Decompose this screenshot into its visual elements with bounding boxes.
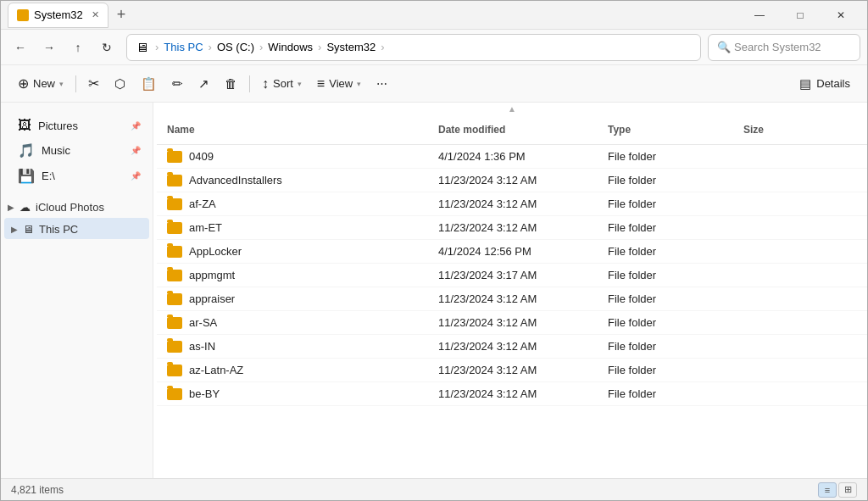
file-cell-modified: 11/23/2024 3:12 AM bbox=[428, 335, 598, 358]
file-cell-type: File folder bbox=[598, 335, 733, 358]
file-cell-modified: 11/23/2024 3:12 AM bbox=[428, 311, 598, 334]
paste-button[interactable]: 📋 bbox=[134, 70, 164, 97]
table-row[interactable]: 0409 4/1/2024 1:36 PM File folder bbox=[157, 145, 867, 169]
folder-icon bbox=[167, 198, 182, 210]
close-button[interactable]: ✕ bbox=[821, 3, 860, 28]
breadcrumb-thispc[interactable]: This PC bbox=[164, 41, 203, 53]
folder-icon bbox=[167, 222, 182, 234]
toolbar-sep-2 bbox=[249, 75, 250, 92]
refresh-button[interactable]: ↻ bbox=[94, 35, 120, 60]
icloud-icon: ☁ bbox=[19, 201, 31, 214]
table-row[interactable]: ar-SA 11/23/2024 3:12 AM File folder bbox=[157, 311, 867, 335]
file-cell-modified: 11/23/2024 3:12 AM bbox=[428, 382, 598, 405]
file-cell-size bbox=[733, 389, 818, 399]
folder-icon bbox=[167, 365, 182, 376]
up-button[interactable]: ↑ bbox=[65, 35, 91, 60]
delete-icon: 🗑 bbox=[225, 76, 237, 91]
file-cell-modified: 11/23/2024 3:17 AM bbox=[428, 264, 598, 287]
table-row[interactable]: AdvancedInstallers 11/23/2024 3:12 AM Fi… bbox=[157, 169, 867, 192]
view-button[interactable]: ≡ View ▾ bbox=[310, 70, 368, 97]
pin-icon-edrv: 📌 bbox=[131, 171, 141, 181]
table-row[interactable]: appmgmt 11/23/2024 3:17 AM File folder bbox=[157, 264, 867, 287]
table-row[interactable]: az-Latn-AZ 11/23/2024 3:12 AM File folde… bbox=[157, 359, 867, 382]
file-cell-size bbox=[733, 247, 818, 257]
sort-button[interactable]: ↕ Sort ▾ bbox=[255, 70, 309, 97]
file-cell-size bbox=[733, 152, 818, 162]
file-cell-type: File folder bbox=[598, 382, 733, 405]
breadcrumb-windows[interactable]: Windows bbox=[268, 41, 313, 53]
breadcrumb-system32[interactable]: System32 bbox=[326, 41, 376, 53]
folder-icon bbox=[167, 388, 182, 400]
file-area: ▲ Name Date modified Type Size 0409 4/1/… bbox=[157, 103, 867, 478]
list-view-button[interactable]: ≡ bbox=[818, 482, 837, 498]
file-cell-type: File folder bbox=[598, 240, 733, 263]
details-button[interactable]: ▤ Details bbox=[793, 72, 857, 96]
folder-icon bbox=[167, 246, 182, 258]
file-cell-name: AdvancedInstallers bbox=[157, 169, 428, 192]
folder-icon bbox=[167, 270, 182, 281]
sort-chevron-icon: ▾ bbox=[298, 80, 302, 88]
file-cell-size bbox=[733, 223, 818, 233]
breadcrumb-sep-3: › bbox=[318, 41, 321, 53]
col-header-size[interactable]: Size bbox=[733, 119, 818, 141]
col-header-modified[interactable]: Date modified bbox=[428, 119, 598, 141]
sidebar-group-icloud[interactable]: ▶ ☁ iCloud Photos bbox=[1, 196, 153, 217]
more-icon: ⋯ bbox=[376, 77, 387, 90]
search-box[interactable]: 🔍 Search System32 bbox=[708, 34, 860, 61]
table-row[interactable]: appraiser 11/23/2024 3:12 AM File folder bbox=[157, 287, 867, 311]
col-header-name[interactable]: Name bbox=[157, 119, 428, 141]
new-tab-button[interactable]: + bbox=[112, 4, 131, 25]
file-cell-modified: 4/1/2024 1:36 PM bbox=[428, 145, 598, 168]
sidebar-label-music: Music bbox=[42, 144, 70, 157]
sidebar-item-edrv[interactable]: 💾 E:\ 📌 bbox=[4, 164, 149, 188]
pin-icon-music: 📌 bbox=[131, 146, 141, 155]
tab-system32[interactable]: System32 ✕ bbox=[8, 3, 108, 28]
maximize-button[interactable]: □ bbox=[781, 3, 820, 28]
cut-button[interactable]: ✂ bbox=[81, 70, 106, 97]
share-button[interactable]: ↗ bbox=[192, 70, 216, 97]
new-label: New bbox=[33, 77, 55, 90]
file-cell-type: File folder bbox=[598, 169, 733, 192]
address-bar[interactable]: 🖥 › This PC › OS (C:) › Windows › System… bbox=[126, 34, 701, 61]
sidebar-item-music[interactable]: 🎵 Music 📌 bbox=[4, 138, 149, 163]
file-cell-type: File folder bbox=[598, 359, 733, 381]
toolbar-sep-1 bbox=[75, 75, 76, 92]
paste-icon: 📋 bbox=[141, 76, 157, 92]
file-cell-name: as-IN bbox=[157, 335, 428, 358]
forward-button[interactable]: → bbox=[36, 35, 62, 60]
sidebar-item-pictures[interactable]: 🖼 Pictures 📌 bbox=[4, 114, 149, 137]
table-row[interactable]: am-ET 11/23/2024 3:12 AM File folder bbox=[157, 216, 867, 240]
item-count: 4,821 items bbox=[11, 484, 64, 496]
sidebar-group-thispc[interactable]: ▶ 🖥 This PC bbox=[4, 218, 149, 239]
music-icon: 🎵 bbox=[18, 142, 35, 159]
file-header: Name Date modified Type Size bbox=[157, 115, 867, 145]
table-row[interactable]: as-IN 11/23/2024 3:12 AM File folder bbox=[157, 335, 867, 359]
sort-icon: ↕ bbox=[262, 76, 269, 92]
file-cell-size bbox=[733, 175, 818, 186]
new-chevron-icon: ▾ bbox=[59, 80, 64, 88]
main-area: 🖼 Pictures 📌 🎵 Music 📌 💾 E:\ 📌 ▶ ☁ iClou… bbox=[1, 103, 867, 478]
table-row[interactable]: AppLocker 4/1/2024 12:56 PM File folder bbox=[157, 240, 867, 264]
file-cell-name: ar-SA bbox=[157, 311, 428, 334]
back-button[interactable]: ← bbox=[8, 35, 33, 60]
grid-view-button[interactable]: ⊞ bbox=[838, 482, 857, 498]
minimize-button[interactable]: — bbox=[740, 3, 779, 28]
rename-icon: ✏ bbox=[172, 76, 183, 92]
file-cell-name: AppLocker bbox=[157, 240, 428, 263]
breadcrumb-osc[interactable]: OS (C:) bbox=[217, 41, 254, 53]
edrive-icon: 💾 bbox=[18, 168, 35, 184]
delete-button[interactable]: 🗑 bbox=[218, 70, 244, 97]
col-header-type[interactable]: Type bbox=[598, 119, 733, 141]
table-row[interactable]: af-ZA 11/23/2024 3:12 AM File folder bbox=[157, 192, 867, 216]
new-button[interactable]: ⊕ New ▾ bbox=[11, 70, 70, 97]
folder-icon bbox=[167, 341, 182, 353]
sort-arrow-hint: ▲ bbox=[508, 104, 516, 114]
more-button[interactable]: ⋯ bbox=[370, 70, 394, 97]
rename-button[interactable]: ✏ bbox=[165, 70, 190, 97]
breadcrumb-sep-0: › bbox=[155, 41, 159, 53]
copy-button[interactable]: ⬡ bbox=[108, 70, 132, 97]
cut-icon: ✂ bbox=[88, 75, 99, 92]
file-cell-size bbox=[733, 294, 818, 304]
table-row[interactable]: be-BY 11/23/2024 3:12 AM File folder bbox=[157, 382, 867, 406]
tab-close-button[interactable]: ✕ bbox=[92, 9, 99, 20]
